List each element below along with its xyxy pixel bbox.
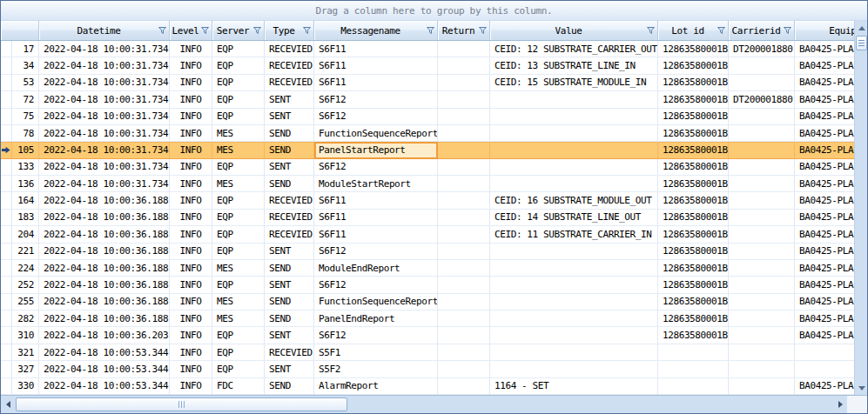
cell-server[interactable]: EQP bbox=[212, 277, 265, 293]
column-header-level[interactable]: Level bbox=[170, 21, 212, 40]
cell-server[interactable]: MES bbox=[212, 176, 265, 192]
column-header-equipmentid[interactable]: Equipmentid bbox=[795, 21, 854, 40]
cell-carrierid[interactable]: DT200001880 bbox=[729, 91, 795, 108]
cell-type[interactable]: SEND bbox=[265, 294, 314, 310]
cell-type[interactable]: SENT bbox=[265, 277, 314, 293]
cell-datetime[interactable]: 2022-04-18 10:00:31.734 bbox=[39, 109, 170, 125]
filter-icon[interactable] bbox=[200, 26, 210, 36]
column-header-lotid[interactable]: Lot id bbox=[658, 21, 729, 40]
cell-return[interactable] bbox=[438, 210, 490, 226]
cell-return[interactable] bbox=[438, 327, 490, 344]
cell-carrierid[interactable]: DT200001880 bbox=[729, 41, 795, 57]
cell-server[interactable]: EQP bbox=[212, 41, 265, 57]
cell-id[interactable]: 224 bbox=[12, 260, 39, 277]
scroll-right-button[interactable] bbox=[833, 396, 847, 413]
cell-lotid[interactable]: 12863580001B bbox=[658, 277, 729, 293]
cell-equipmentid[interactable]: BA0425-PLA bbox=[795, 159, 854, 176]
cell-server[interactable]: EQP bbox=[212, 91, 265, 108]
cell-value[interactable]: CEID: 13 SUBSTRATE_LINE_IN bbox=[490, 57, 658, 74]
cell-value[interactable]: CEID: 16 SUBSTRATE_MODULE_OUT bbox=[490, 192, 658, 209]
cell-id[interactable]: 327 bbox=[12, 361, 39, 377]
cell-carrierid[interactable] bbox=[729, 142, 795, 158]
cell-datetime[interactable]: 2022-04-18 10:00:31.734 bbox=[39, 75, 170, 91]
cell-lotid[interactable]: 12863580001B bbox=[658, 244, 729, 260]
cell-level[interactable]: INFO bbox=[170, 344, 212, 361]
cell-datetime[interactable]: 2022-04-18 10:00:36.188 bbox=[39, 294, 170, 310]
cell-return[interactable] bbox=[438, 75, 490, 91]
cell-level[interactable]: INFO bbox=[170, 210, 212, 226]
cell-value[interactable]: CEID: 15 SUBSTRATE_MODULE_IN bbox=[490, 75, 658, 91]
cell-return[interactable] bbox=[438, 344, 490, 361]
cell-value[interactable] bbox=[490, 277, 658, 293]
cell-lotid[interactable]: 12863580001B bbox=[658, 327, 729, 344]
cell-messagename[interactable]: S6F12 bbox=[314, 109, 438, 125]
cell-type[interactable]: RECEVIED bbox=[265, 210, 314, 226]
cell-type[interactable]: SEND bbox=[265, 378, 314, 395]
cell-messagename[interactable]: FunctionSequenceReport bbox=[314, 294, 438, 310]
cell-equipmentid[interactable]: BA0425-PLA bbox=[795, 75, 854, 91]
cell-id[interactable]: 164 bbox=[12, 192, 39, 209]
cell-return[interactable] bbox=[438, 260, 490, 277]
cell-server[interactable]: MES bbox=[212, 142, 265, 158]
cell-lotid[interactable]: 12863580001B bbox=[658, 210, 729, 226]
cell-type[interactable]: RECEVIED bbox=[265, 57, 314, 74]
cell-carrierid[interactable] bbox=[729, 210, 795, 226]
cell-equipmentid[interactable]: BA0425-PLA bbox=[795, 210, 854, 226]
cell-equipmentid[interactable]: BA0425-PLA bbox=[795, 277, 854, 293]
cell-carrierid[interactable] bbox=[729, 378, 795, 395]
cell-carrierid[interactable] bbox=[729, 192, 795, 209]
scroll-up-button[interactable] bbox=[855, 21, 868, 35]
cell-carrierid[interactable] bbox=[729, 361, 795, 377]
cell-return[interactable] bbox=[438, 277, 490, 293]
cell-carrierid[interactable] bbox=[729, 244, 795, 260]
cell-level[interactable]: INFO bbox=[170, 327, 212, 344]
cell-level[interactable]: INFO bbox=[170, 226, 212, 243]
cell-carrierid[interactable] bbox=[729, 277, 795, 293]
filter-icon[interactable] bbox=[717, 26, 726, 36]
cell-level[interactable]: INFO bbox=[170, 294, 212, 310]
column-header-return[interactable]: Return bbox=[438, 21, 490, 40]
cell-type[interactable]: SENT bbox=[265, 109, 314, 125]
cell-server[interactable]: EQP bbox=[212, 210, 265, 226]
cell-value[interactable] bbox=[490, 344, 658, 361]
cell-level[interactable]: INFO bbox=[170, 260, 212, 277]
cell-datetime[interactable]: 2022-04-18 10:00:36.188 bbox=[39, 226, 170, 243]
cell-id[interactable]: 78 bbox=[12, 125, 39, 142]
filter-icon[interactable] bbox=[426, 26, 435, 36]
column-header-server[interactable]: Server bbox=[212, 21, 265, 40]
cell-server[interactable]: EQP bbox=[212, 327, 265, 344]
cell-type[interactable]: SENT bbox=[265, 244, 314, 260]
cell-messagename[interactable]: ModuleStartReport bbox=[314, 176, 438, 192]
cell-value[interactable] bbox=[490, 142, 658, 158]
cell-lotid[interactable] bbox=[658, 361, 729, 377]
cell-return[interactable] bbox=[438, 125, 490, 142]
cell-datetime[interactable]: 2022-04-18 10:00:36.188 bbox=[39, 310, 170, 327]
cell-value[interactable] bbox=[490, 260, 658, 277]
cell-datetime[interactable]: 2022-04-18 10:00:31.734 bbox=[39, 91, 170, 108]
cell-equipmentid[interactable]: BA0425-PLA bbox=[795, 226, 854, 243]
cell-value[interactable]: CEID: 14 SUBSTRATE_LINE_OUT bbox=[490, 210, 658, 226]
cell-carrierid[interactable] bbox=[729, 294, 795, 310]
cell-id[interactable]: 310 bbox=[12, 327, 39, 344]
group-by-panel[interactable]: Drag a column here to group by this colu… bbox=[1, 1, 867, 21]
cell-lotid[interactable]: 12863580001B bbox=[658, 260, 729, 277]
column-header-value[interactable]: Value bbox=[490, 21, 658, 40]
cell-type[interactable]: RECEVIED bbox=[265, 226, 314, 243]
cell-datetime[interactable]: 2022-04-18 10:00:31.734 bbox=[39, 41, 170, 57]
cell-datetime[interactable]: 2022-04-18 10:00:31.734 bbox=[39, 57, 170, 74]
cell-lotid[interactable]: 12863580001B bbox=[658, 176, 729, 192]
cell-datetime[interactable]: 2022-04-18 10:00:31.734 bbox=[39, 125, 170, 142]
cell-server[interactable]: EQP bbox=[212, 344, 265, 361]
cell-lotid[interactable]: 12863580001B bbox=[658, 192, 729, 209]
cell-level[interactable]: INFO bbox=[170, 378, 212, 395]
cell-return[interactable] bbox=[438, 142, 490, 158]
filter-icon[interactable] bbox=[252, 26, 262, 36]
cell-datetime[interactable]: 2022-04-18 10:00:31.734 bbox=[39, 142, 170, 158]
cell-lotid[interactable]: 12863580001B bbox=[658, 310, 729, 327]
cell-server[interactable]: EQP bbox=[212, 109, 265, 125]
cell-messagename[interactable]: S6F11 bbox=[314, 75, 438, 91]
cell-equipmentid[interactable]: BA0425-PLA bbox=[795, 125, 854, 142]
cell-return[interactable] bbox=[438, 294, 490, 310]
cell-server[interactable]: EQP bbox=[212, 57, 265, 74]
cell-server[interactable]: EQP bbox=[212, 192, 265, 209]
